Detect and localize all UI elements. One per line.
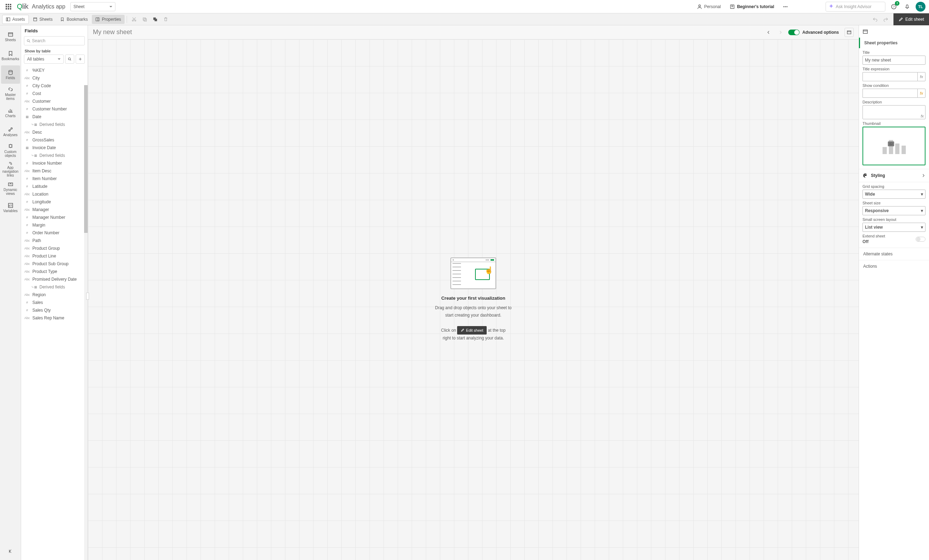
edit-sheet-button[interactable]: Edit sheet <box>894 13 929 25</box>
next-sheet[interactable] <box>776 28 785 37</box>
paste-button[interactable] <box>150 14 160 24</box>
field-item[interactable]: #Cost <box>21 90 87 98</box>
field-item[interactable]: #City Code <box>21 82 87 90</box>
small-screen-select[interactable]: List view▾ <box>863 223 926 232</box>
show-cond-fx[interactable]: fx <box>917 89 926 98</box>
field-item[interactable]: AbcDesc <box>21 129 87 136</box>
field-item[interactable]: #Margin <box>21 221 87 229</box>
rail-sheets[interactable]: Sheets <box>1 28 20 46</box>
description-fx[interactable]: fx <box>921 114 924 118</box>
app-launcher-icon[interactable] <box>3 2 13 12</box>
field-item[interactable]: #Sales Qty <box>21 306 87 314</box>
rail-collapse-button[interactable] <box>5 546 16 557</box>
field-item[interactable]: #Sales <box>21 298 87 306</box>
qlik-logo[interactable]: Qlik <box>17 3 28 11</box>
rail-fields[interactable]: Fields <box>1 66 20 84</box>
insight-advisor-input[interactable]: Ask Insight Advisor <box>826 2 885 12</box>
cut-button[interactable] <box>129 14 139 24</box>
field-item[interactable]: #Order Number <box>21 229 87 237</box>
tables-select[interactable]: All tables <box>24 55 64 64</box>
add-field-button[interactable] <box>76 55 85 64</box>
rail-dynamic-views[interactable]: Dynamic views <box>1 179 20 198</box>
redo-button[interactable] <box>881 14 891 24</box>
field-item[interactable]: AbcLocation <box>21 190 87 198</box>
title-input[interactable]: My new sheet <box>863 55 926 65</box>
delete-button[interactable] <box>161 14 171 24</box>
bell-button[interactable] <box>902 2 912 12</box>
field-type-icon: Abc <box>24 208 30 211</box>
field-item[interactable]: ⤷▦Derived fields <box>21 121 87 129</box>
rail-custom-objects[interactable]: Custom objects <box>1 141 20 160</box>
undo-button[interactable] <box>870 14 880 24</box>
copy-button[interactable] <box>140 14 150 24</box>
show-cond-input[interactable] <box>863 89 917 98</box>
title-expr-input[interactable] <box>863 72 917 81</box>
prev-sheet[interactable] <box>764 28 773 37</box>
rail-analyses[interactable]: Analyses <box>1 122 20 141</box>
thumbnail-box[interactable] <box>863 127 926 165</box>
field-item[interactable]: #GrossSales <box>21 136 87 144</box>
rail-bookmarks[interactable]: Bookmarks <box>1 46 20 65</box>
field-item[interactable]: AbcCustomer <box>21 98 87 105</box>
field-item[interactable]: AbcRegion <box>21 291 87 298</box>
field-item[interactable]: #Invoice Number <box>21 159 87 167</box>
bookmarks-tab[interactable]: Bookmarks <box>57 15 91 24</box>
layout-mode-button[interactable] <box>845 28 854 37</box>
help-button[interactable]: ? 3 <box>889 2 899 12</box>
panel-resize-handle[interactable] <box>86 293 89 300</box>
field-item[interactable]: ⤷▦Derived fields <box>21 283 87 291</box>
svg-rect-15 <box>144 18 146 21</box>
field-item[interactable]: #Item Number <box>21 175 87 182</box>
field-item[interactable]: #Latitude <box>21 182 87 190</box>
title-expr-fx[interactable]: fx <box>917 72 926 81</box>
field-item[interactable]: AbcManager <box>21 206 87 214</box>
description-input[interactable]: fx <box>863 105 926 119</box>
field-item[interactable]: AbcProduct Type <box>21 268 87 275</box>
rail-master-items[interactable]: Master items <box>1 84 20 103</box>
rail-variables[interactable]: x=Variables <box>1 198 20 217</box>
tutorial-link[interactable]: Beginner's tutorial <box>727 4 777 9</box>
filter-button[interactable] <box>65 55 74 64</box>
field-list[interactable]: #%KEYAbcCity#City Code#CostAbcCustomer#C… <box>21 66 87 560</box>
rail-nav-links[interactable]: App navigation links <box>1 161 20 179</box>
canvas-header: My new sheet Advanced options <box>88 25 858 40</box>
field-item[interactable]: ▦Date <box>21 113 87 121</box>
personal-link[interactable]: Personal <box>694 4 724 9</box>
more-menu[interactable] <box>780 2 790 12</box>
sheet-dropdown[interactable]: Sheet <box>71 2 115 11</box>
field-item[interactable]: AbcProduct Line <box>21 252 87 260</box>
rail-charts[interactable]: Charts <box>1 103 20 122</box>
field-item[interactable]: AbcPath <box>21 237 87 245</box>
field-item[interactable]: #Manager Number <box>21 214 87 221</box>
assets-tab[interactable]: Assets <box>2 15 29 24</box>
properties-tab[interactable]: Properties <box>92 15 124 24</box>
fields-search[interactable]: Search <box>24 36 85 45</box>
field-item[interactable]: AbcItem Desc <box>21 167 87 175</box>
user-avatar[interactable]: TL <box>916 2 926 12</box>
topbar: Qlik Analytics app Sheet Personal Beginn… <box>0 0 929 13</box>
styling-row[interactable]: Styling <box>859 169 929 182</box>
field-type-icon: Abc <box>24 262 30 266</box>
advanced-toggle[interactable]: Advanced options <box>788 29 839 35</box>
field-item[interactable]: AbcProduct Sub Group <box>21 260 87 268</box>
alternate-states-accordion[interactable]: Alternate states <box>859 248 929 260</box>
field-item[interactable]: AbcSales Rep Name <box>21 314 87 322</box>
field-item[interactable]: #Longitude <box>21 198 87 206</box>
sheet-icon-top[interactable] <box>859 25 929 38</box>
field-item[interactable]: ⤷▦Derived fields <box>21 151 87 159</box>
field-item[interactable]: AbcCity <box>21 74 87 82</box>
sheet-size-select[interactable]: Responsive▾ <box>863 206 926 215</box>
actions-accordion[interactable]: Actions <box>859 260 929 272</box>
placeholder-illustration: ☝ <box>451 257 496 289</box>
sheet-canvas[interactable]: ☝ Create your first visualization Drag a… <box>88 40 858 560</box>
grid-spacing-select[interactable]: Wide▾ <box>863 190 926 199</box>
field-item[interactable]: AbcPromised Delivery Date <box>21 275 87 283</box>
field-item[interactable]: ▦Invoice Date <box>21 144 87 151</box>
field-item[interactable]: #%KEY <box>21 66 87 74</box>
rail-label: Dynamic views <box>2 188 19 196</box>
sheets-tab[interactable]: Sheets <box>29 15 56 24</box>
field-item[interactable]: #Customer Number <box>21 105 87 113</box>
scrollbar-thumb[interactable] <box>84 85 87 233</box>
field-item[interactable]: AbcProduct Group <box>21 245 87 252</box>
extend-sheet-toggle[interactable] <box>916 237 926 242</box>
